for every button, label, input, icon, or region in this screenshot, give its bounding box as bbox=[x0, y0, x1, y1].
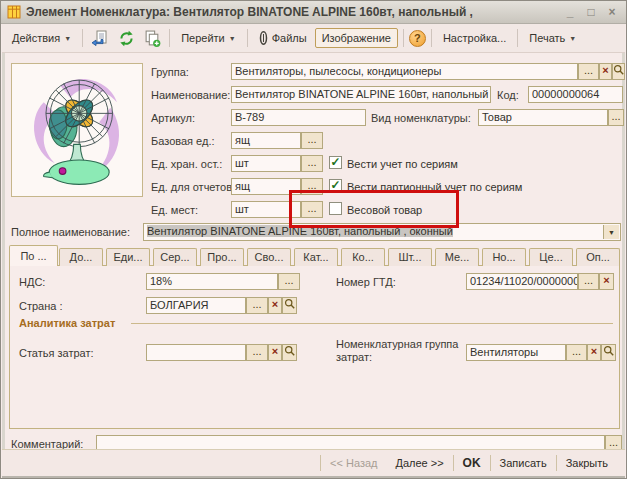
storage-unit-field[interactable]: шт bbox=[231, 155, 301, 172]
group-search-button[interactable] bbox=[612, 63, 625, 80]
series-accounting-checkbox[interactable]: ✓ bbox=[329, 156, 342, 169]
code-field[interactable]: 00000000064 bbox=[528, 86, 623, 103]
tab-8[interactable]: Шт... bbox=[388, 248, 432, 266]
footer-button-bar: << Назад Далее >> OK Записать Закрыть bbox=[2, 449, 625, 476]
actions-menu-button[interactable]: Действия ▼ bbox=[6, 29, 77, 47]
help-icon[interactable]: ? bbox=[409, 30, 426, 47]
close-form-button[interactable]: Закрыть bbox=[557, 455, 617, 471]
vat-ellipsis-button[interactable]: ... bbox=[278, 273, 300, 290]
back-button[interactable]: << Назад bbox=[321, 455, 386, 471]
kind-ellipsis-button[interactable]: ... bbox=[608, 109, 624, 126]
country-search-button[interactable] bbox=[282, 297, 297, 314]
cost-item-search-button[interactable] bbox=[282, 344, 297, 361]
nomgroup-ellipsis-button[interactable]: ... bbox=[566, 344, 587, 361]
print-menu-button[interactable]: Печать ▼ bbox=[523, 29, 582, 47]
full-name-combobox[interactable]: Вентилятор BINATONE ALPINE 160вт, наполь… bbox=[143, 223, 621, 241]
magnifier-icon bbox=[603, 345, 614, 356]
next-button[interactable]: Далее >> bbox=[386, 455, 452, 471]
gtd-ellipsis-button[interactable]: ... bbox=[578, 273, 599, 290]
clear-icon: × bbox=[603, 274, 609, 286]
gtd-field[interactable]: 01234/11020/0000000 bbox=[466, 273, 578, 290]
tab-3[interactable]: Сер... bbox=[153, 248, 197, 266]
group-clear-button[interactable]: × bbox=[599, 63, 612, 80]
nomgroup-search-button[interactable] bbox=[601, 344, 616, 361]
clear-icon: × bbox=[272, 298, 278, 310]
tab-10[interactable]: Но... bbox=[482, 248, 526, 266]
full-name-label: Полное наименование: bbox=[11, 226, 130, 238]
magnifier-icon bbox=[613, 64, 624, 75]
minimize-button[interactable]: _ bbox=[562, 4, 578, 20]
tab-0[interactable]: По ... bbox=[9, 245, 58, 266]
cost-item-label: Статья затрат: bbox=[19, 347, 94, 359]
tab-5[interactable]: Сво... bbox=[247, 248, 291, 266]
weight-goods-label: Весовой товар bbox=[347, 204, 422, 216]
vat-field[interactable]: 18% bbox=[146, 273, 278, 290]
titlebar: Элемент Номенклатура: Вентилятор BINATON… bbox=[1, 1, 626, 24]
check-icon: ✓ bbox=[330, 157, 341, 168]
storage-unit-ellipsis-button[interactable]: ... bbox=[301, 155, 323, 172]
tab-2[interactable]: Еди... bbox=[106, 248, 150, 266]
name-label: Наименование: bbox=[151, 89, 230, 101]
nomgroup-field[interactable]: Вентиляторы bbox=[466, 344, 566, 361]
tab-7[interactable]: Ко... bbox=[341, 248, 385, 266]
chevron-down-icon: ▼ bbox=[608, 226, 615, 239]
batch-accounting-checkbox[interactable]: ✓ bbox=[329, 179, 342, 192]
ok-button[interactable]: OK bbox=[454, 454, 490, 472]
cost-item-field[interactable] bbox=[146, 344, 246, 361]
series-accounting-label: Вести учет по сериям bbox=[347, 158, 458, 170]
storage-unit-label: Ед. хран. ост.: bbox=[151, 158, 222, 170]
country-field[interactable]: БОЛГАРИЯ bbox=[146, 297, 246, 314]
tab-4[interactable]: Про... bbox=[200, 248, 244, 266]
group-field[interactable]: Вентиляторы, пылесосы, кондиционеры bbox=[231, 63, 578, 80]
magnifier-icon bbox=[284, 345, 295, 356]
settings-label: Настройка... bbox=[443, 32, 506, 44]
copy-add-icon[interactable] bbox=[140, 27, 164, 49]
tab-1[interactable]: До... bbox=[59, 248, 103, 266]
tab-12[interactable]: Оп... bbox=[576, 248, 620, 266]
gtd-clear-button[interactable]: × bbox=[599, 273, 614, 290]
report-unit-field[interactable]: ящ bbox=[231, 178, 301, 195]
save-button[interactable]: Записать bbox=[491, 455, 556, 471]
product-image-box bbox=[11, 63, 143, 197]
magnifier-icon bbox=[284, 298, 295, 309]
country-clear-button[interactable]: × bbox=[268, 297, 282, 314]
toolbar-separator bbox=[403, 29, 404, 47]
combo-dropdown-button[interactable]: ▼ bbox=[603, 225, 619, 239]
files-label: Файлы bbox=[272, 32, 307, 44]
nomgroup-label: Номенклатурная группа затрат: bbox=[336, 338, 464, 364]
toolbar-separator bbox=[82, 29, 83, 47]
kind-field[interactable]: Товар bbox=[478, 109, 608, 126]
clear-icon: × bbox=[272, 345, 278, 357]
write-document-icon[interactable] bbox=[88, 27, 112, 49]
settings-button[interactable]: Настройка... bbox=[437, 29, 512, 47]
paperclip-icon bbox=[259, 30, 268, 46]
nomenclature-element-window: Элемент Номенклатура: Вентилятор BINATON… bbox=[0, 0, 627, 479]
group-ellipsis-button[interactable]: ... bbox=[578, 63, 599, 80]
image-toggle-button[interactable]: Изображение bbox=[315, 28, 398, 48]
base-unit-field[interactable]: ящ bbox=[231, 132, 301, 149]
country-ellipsis-button[interactable]: ... bbox=[246, 297, 268, 314]
base-unit-ellipsis-button[interactable]: ... bbox=[301, 132, 323, 149]
files-button[interactable]: Файлы bbox=[253, 27, 313, 49]
tab-9[interactable]: Ме... bbox=[435, 248, 479, 266]
cost-analytics-header: Аналитика затрат bbox=[19, 317, 115, 329]
article-field[interactable]: В-789 bbox=[231, 109, 366, 126]
maximize-button[interactable]: □ bbox=[583, 4, 599, 20]
tab-11[interactable]: Це... bbox=[529, 248, 573, 266]
refresh-icon[interactable] bbox=[114, 27, 138, 49]
goto-menu-button[interactable]: Перейти ▼ bbox=[175, 29, 242, 47]
cost-item-ellipsis-button[interactable]: ... bbox=[246, 344, 268, 361]
name-field[interactable]: Вентилятор BINATONE ALPINE 160вт, наполь… bbox=[231, 86, 491, 103]
weight-goods-checkbox[interactable] bbox=[329, 202, 342, 215]
report-unit-ellipsis-button[interactable]: ... bbox=[301, 178, 323, 195]
report-unit-label: Ед. для отчетов: bbox=[151, 181, 235, 193]
cost-item-clear-button[interactable]: × bbox=[268, 344, 282, 361]
chevron-down-icon: ▼ bbox=[64, 35, 71, 42]
nomgroup-clear-button[interactable]: × bbox=[587, 344, 601, 361]
tab-6[interactable]: Кат... bbox=[294, 248, 338, 266]
goto-menu-label: Перейти bbox=[181, 32, 225, 44]
close-button[interactable]: × bbox=[604, 4, 620, 20]
place-unit-ellipsis-button[interactable]: ... bbox=[301, 201, 323, 218]
print-menu-label: Печать bbox=[529, 32, 565, 44]
place-unit-field[interactable]: шт bbox=[231, 201, 301, 218]
